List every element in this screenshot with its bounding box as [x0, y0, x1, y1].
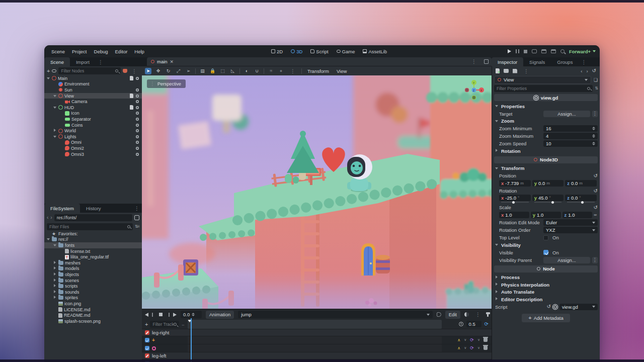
track-filter[interactable] [150, 321, 179, 328]
loop-icon[interactable]: ⟳ [485, 322, 489, 327]
rotation-x-field[interactable]: x-25.0° [499, 195, 531, 201]
right-dock-menu-icon[interactable]: ⋮ [579, 59, 589, 65]
add-metadata-button[interactable]: +Add Metadata [522, 314, 570, 322]
track-group-leg-right[interactable]: leg-right [142, 329, 492, 336]
revert-icon[interactable]: ↺ [547, 304, 551, 309]
position-x-field[interactable]: x-7.739m [499, 180, 531, 187]
scene-tree-row[interactable]: World [44, 128, 142, 134]
category-node3d[interactable]: Node3D [494, 156, 598, 163]
save-resource-icon[interactable] [513, 69, 517, 73]
eye-visibility-icon[interactable] [135, 146, 140, 151]
movie-writer-icon[interactable] [551, 49, 556, 53]
new-resource-icon[interactable] [496, 68, 500, 73]
scene-tree-row[interactable]: HUD [44, 105, 142, 111]
track-row[interactable]: + ∧∨ ⟳∨ [142, 336, 492, 344]
ruler-mode-icon[interactable]: ▤ [199, 68, 206, 74]
file-filter-input[interactable] [49, 224, 127, 229]
eye-visibility-icon[interactable] [135, 117, 140, 122]
filesystem-menu-icon[interactable]: ⋮ [132, 206, 142, 211]
pause-button[interactable] [516, 49, 519, 53]
skip-start-icon[interactable] [145, 313, 148, 317]
snap-icon[interactable]: ∪ [254, 68, 260, 74]
onion-skinning-icon[interactable] [464, 312, 469, 317]
ruler-icon[interactable]: ◺ [229, 68, 236, 74]
keyframe-area[interactable] [188, 336, 442, 344]
scene-tree-row[interactable]: Main [44, 75, 142, 81]
link-scale-icon[interactable]: ∞ [594, 213, 597, 217]
gear-icon[interactable] [553, 305, 557, 309]
attach-script-icon[interactable] [123, 69, 127, 73]
scene-tree-row[interactable]: Lights [44, 134, 142, 140]
view-menu[interactable]: View [335, 68, 349, 74]
open-docs-icon[interactable]: ❏ [594, 77, 598, 82]
update-mode-icon[interactable]: ∧ [457, 338, 460, 342]
menu-editor[interactable]: Editor [112, 48, 131, 55]
stop-anim-icon[interactable] [159, 313, 163, 316]
filesystem-row[interactable]: res:// [44, 237, 142, 243]
group-icon[interactable]: ⬚ [219, 68, 226, 74]
wrap-mode-icon[interactable]: ⟳ [470, 345, 474, 350]
scene-tree-row[interactable]: Omni3 [44, 151, 142, 157]
sort-files-icon[interactable]: ⇅≡ [135, 224, 139, 229]
menu-scene[interactable]: Scene [48, 48, 68, 55]
history-back-icon[interactable]: ‹ [581, 68, 582, 74]
eye-visibility-icon[interactable] [135, 128, 140, 133]
revert-icon[interactable]: ↺ [594, 189, 598, 194]
wrap-mode-icon[interactable]: ⟳ [470, 337, 474, 342]
resource-menu-icon[interactable]: ⋮ [521, 68, 531, 74]
left-dock-menu-icon[interactable]: ⋮ [96, 59, 106, 65]
expand-viewport-icon[interactable] [484, 59, 489, 64]
rotate-tool-icon[interactable]: ↻ [165, 68, 172, 74]
animation-button[interactable]: Animation [206, 311, 234, 319]
scene-tree-row[interactable]: Icon [44, 111, 142, 117]
filesystem-row[interactable]: fonts [44, 242, 142, 248]
fit-zoom-icon[interactable]: ↔ [181, 323, 185, 326]
property-filter-input[interactable] [497, 86, 587, 91]
eye-visibility-icon[interactable] [135, 123, 140, 128]
filesystem-row[interactable]: sounds [44, 289, 142, 295]
viewport-menu-icon[interactable]: ⋮ [288, 68, 298, 74]
section-editor-description[interactable]: Editor Description [494, 296, 598, 303]
instance-scene-icon[interactable] [52, 69, 56, 72]
script-icon[interactable] [130, 94, 133, 98]
filesystem-row[interactable]: README.md [44, 312, 142, 318]
world-icon[interactable]: ◐ [244, 68, 250, 74]
filesystem-row[interactable]: icon.png [44, 301, 142, 307]
zoom-minimum-field[interactable]: 16 [543, 125, 598, 132]
section-properties[interactable]: Properties [494, 103, 598, 110]
scene-tree-row[interactable]: Omni [44, 140, 142, 146]
delete-track-icon[interactable] [484, 338, 488, 342]
rotation-order-dropdown[interactable]: YXZ [543, 227, 598, 233]
section-visibility[interactable]: Visibility [494, 241, 598, 249]
environment-settings-icon[interactable]: ● [278, 68, 284, 74]
section-zoom[interactable]: Zoom [494, 118, 598, 125]
eye-visibility-icon[interactable] [135, 76, 140, 81]
tab-scene[interactable]: Scene [44, 57, 70, 66]
renderer-selector[interactable]: Forward+ [569, 49, 596, 54]
visible-checkbox[interactable] [543, 250, 548, 255]
rotation-z-slider[interactable] [567, 202, 595, 203]
tab-history[interactable]: History [80, 204, 107, 213]
eye-visibility-icon[interactable] [135, 94, 140, 99]
filesystem-row[interactable]: objects [44, 272, 142, 278]
filesystem-row[interactable]: scripts [44, 283, 142, 289]
filter-anim-icon[interactable] [437, 312, 441, 317]
position-z-field[interactable]: z0.0m [565, 180, 597, 187]
filesystem-row[interactable]: LICENSE.md [44, 307, 142, 313]
filesystem-row[interactable]: models [44, 266, 142, 272]
top-level-checkbox[interactable] [543, 235, 548, 240]
play-button[interactable] [508, 49, 511, 53]
more-icon[interactable]: ⋮ [592, 111, 598, 117]
scale-x-field[interactable]: x1.0 [499, 212, 529, 218]
revert-icon[interactable]: ↺ [594, 173, 598, 178]
revert-icon[interactable]: ↺ [594, 205, 598, 210]
scene-tree-row[interactable]: Camera [44, 99, 142, 105]
anim-menu-icon[interactable]: ⋮ [473, 312, 483, 317]
section-rotation[interactable]: Rotation [494, 147, 598, 155]
scene-tree-row[interactable]: Sun [44, 87, 142, 93]
node-selector[interactable]: View [494, 76, 591, 84]
track-group-leg-left[interactable]: leg-left [142, 352, 492, 359]
zoom-speed-field[interactable]: 10 [543, 140, 598, 147]
menu-debug[interactable]: Debug [91, 48, 111, 55]
viewport-3d[interactable]: ⋮ Perspective Y X Z [142, 75, 492, 309]
